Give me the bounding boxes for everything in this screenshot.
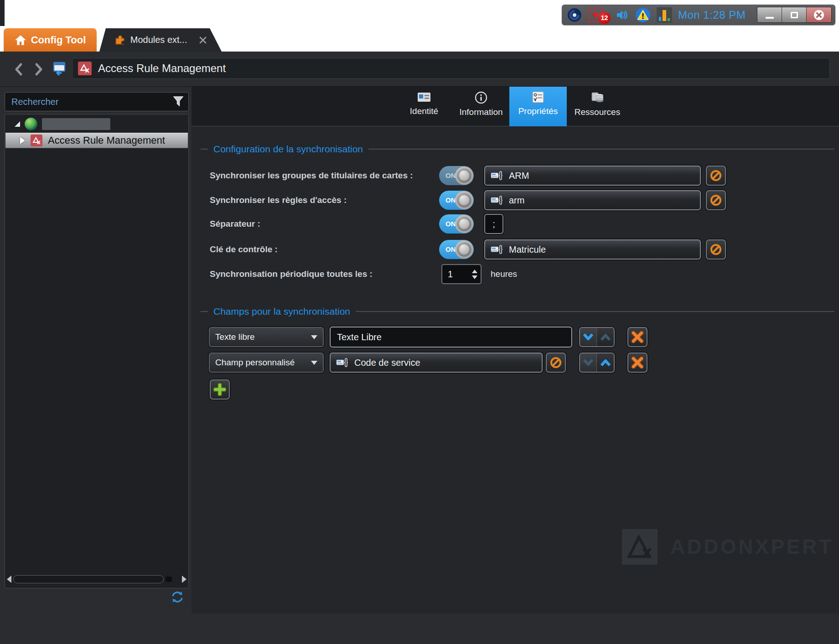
move-down-button[interactable] xyxy=(580,353,597,372)
dropdown-value: Champ personnalisé xyxy=(215,358,295,368)
maximize-button[interactable] xyxy=(782,7,807,22)
minimize-button[interactable] xyxy=(757,7,782,22)
field-control-key[interactable]: Matricule xyxy=(484,239,701,260)
free-text-input[interactable] xyxy=(330,327,572,348)
resources-icon xyxy=(590,91,604,104)
spinner-arrows[interactable] xyxy=(469,265,481,283)
chevron-down-icon xyxy=(311,335,317,339)
tab-label: Ressources xyxy=(575,107,620,117)
clear-button[interactable] xyxy=(706,190,726,210)
tab-label: Propriétés xyxy=(518,106,558,116)
move-up-button[interactable] xyxy=(597,353,614,372)
sync-field-row: Champ personnalisé Code de service xyxy=(192,352,839,373)
tree-root-item[interactable] xyxy=(5,116,188,132)
tab-config-tool[interactable]: Config Tool xyxy=(4,28,97,52)
field-type-dropdown[interactable]: Texte libre xyxy=(209,327,324,347)
row-periodic-sync: Synchronisation périodique toutes les : … xyxy=(192,264,839,285)
toggle-control-key[interactable]: ON xyxy=(439,240,474,259)
delete-row-button[interactable] xyxy=(627,327,647,347)
sync-field-row: Texte libre xyxy=(192,327,839,348)
spinner-up-icon[interactable] xyxy=(472,270,477,273)
access-rule-management-icon xyxy=(78,62,92,75)
addonxpert-watermark: ADDONXPERT xyxy=(622,529,834,565)
clock: Mon 1:28 PM xyxy=(678,9,746,21)
field-cardholder-group[interactable]: ARM xyxy=(484,166,701,186)
move-down-button[interactable] xyxy=(580,328,597,346)
puzzle-icon xyxy=(114,34,126,46)
tab-modules-ext[interactable]: Modules ext... xyxy=(99,28,222,52)
expanded-arrow-icon[interactable] xyxy=(15,121,20,127)
navigation-bar: Access Rule Management xyxy=(0,52,839,87)
reorder-buttons xyxy=(579,327,615,347)
move-up-button[interactable] xyxy=(597,328,614,346)
speaker-icon[interactable] xyxy=(616,8,629,22)
tree-item-access-rule-management[interactable]: Access Rule Management xyxy=(5,133,188,148)
window-controls xyxy=(757,7,832,23)
toggle-sync-cardholder-groups[interactable]: ON xyxy=(439,166,474,185)
tab-identite[interactable]: Identité xyxy=(395,87,453,126)
health-badge: 12 xyxy=(598,12,611,24)
tab-ressources[interactable]: Ressources xyxy=(567,87,628,126)
scroll-right-icon[interactable] xyxy=(182,576,186,583)
entity-tabstrip: Identité Information Propriétés xyxy=(192,87,839,126)
section-title: Configuration de la synchronisation xyxy=(213,144,363,155)
tab-label: Identité xyxy=(410,106,438,116)
tab-proprietes[interactable]: Propriétés xyxy=(509,87,567,126)
section-sync-fields: Champs pour la synchronisation xyxy=(201,305,834,318)
field-value: Matricule xyxy=(509,244,546,255)
sync-interval-spinner[interactable]: 1 xyxy=(441,264,482,284)
dropdown-value: Texte libre xyxy=(215,332,255,342)
window-arrow-icon[interactable] xyxy=(51,61,63,74)
separator-value-box[interactable]: ; xyxy=(484,214,503,234)
add-field-button[interactable] xyxy=(210,379,230,400)
close-button[interactable] xyxy=(807,7,831,22)
clear-button[interactable] xyxy=(546,353,566,373)
back-icon[interactable] xyxy=(13,62,25,76)
spinner-down-icon[interactable] xyxy=(472,275,477,279)
delete-row-button[interactable] xyxy=(627,353,647,373)
filter-icon[interactable] xyxy=(173,96,184,108)
entity-tree: Access Rule Management xyxy=(5,114,189,588)
field-type-dropdown[interactable]: Champ personnalisé xyxy=(209,353,324,373)
section-sync-config: Configuration de la synchronisation xyxy=(201,142,834,156)
refresh-icon[interactable] xyxy=(171,590,184,604)
info-icon xyxy=(475,91,487,104)
close-tab-icon[interactable] xyxy=(199,36,207,44)
access-rule-management-icon xyxy=(31,135,42,146)
toggle-sync-access-rules[interactable]: ON xyxy=(439,191,474,210)
clear-button[interactable] xyxy=(706,166,726,186)
scrollbar-thumb[interactable] xyxy=(13,575,164,583)
clear-button[interactable] xyxy=(706,239,726,260)
scroll-left-icon[interactable] xyxy=(7,576,11,583)
main-pane: Identité Information Propriétés xyxy=(192,87,839,613)
chevron-down-icon xyxy=(311,361,317,365)
row-sync-access-rules: Synchroniser les règles d'accès : ON arm xyxy=(192,190,839,211)
interval-unit-label: heures xyxy=(491,264,517,285)
system-tray: ♥ 12 Mon 1:28 PM xyxy=(562,5,835,25)
collapsed-arrow-icon[interactable] xyxy=(20,137,25,144)
breadcrumb[interactable]: Access Rule Management xyxy=(72,58,830,79)
separator-value: ; xyxy=(492,219,495,229)
tab-information[interactable]: Information xyxy=(453,87,509,126)
bandwidth-bars-icon[interactable] xyxy=(657,7,672,23)
search-input[interactable] xyxy=(11,97,173,107)
custom-field-value[interactable]: Code de service xyxy=(330,353,543,373)
text-field-icon xyxy=(491,170,504,181)
health-heart-icon[interactable]: ♥ 12 xyxy=(588,8,603,22)
forward-icon[interactable] xyxy=(33,62,45,76)
addonxpert-logo-icon xyxy=(622,529,658,565)
text-field-icon xyxy=(491,195,504,206)
toggle-separator[interactable]: ON xyxy=(439,214,474,234)
genetec-logo-icon[interactable] xyxy=(567,8,582,22)
field-access-rule[interactable]: arm xyxy=(484,190,701,210)
warning-icon[interactable] xyxy=(635,7,651,23)
field-value: arm xyxy=(509,195,524,206)
system-globe-icon xyxy=(25,118,37,130)
tree-item-label: Access Rule Management xyxy=(48,135,165,146)
field-value: ARM xyxy=(509,171,529,181)
row-sync-cardholder-groups: Synchroniser les groupes de titulaires d… xyxy=(192,165,839,186)
row-separator: Séparateur : ON ; xyxy=(192,213,839,234)
horizontal-scrollbar xyxy=(7,574,186,584)
reorder-buttons xyxy=(579,353,615,373)
search-box xyxy=(5,92,189,111)
